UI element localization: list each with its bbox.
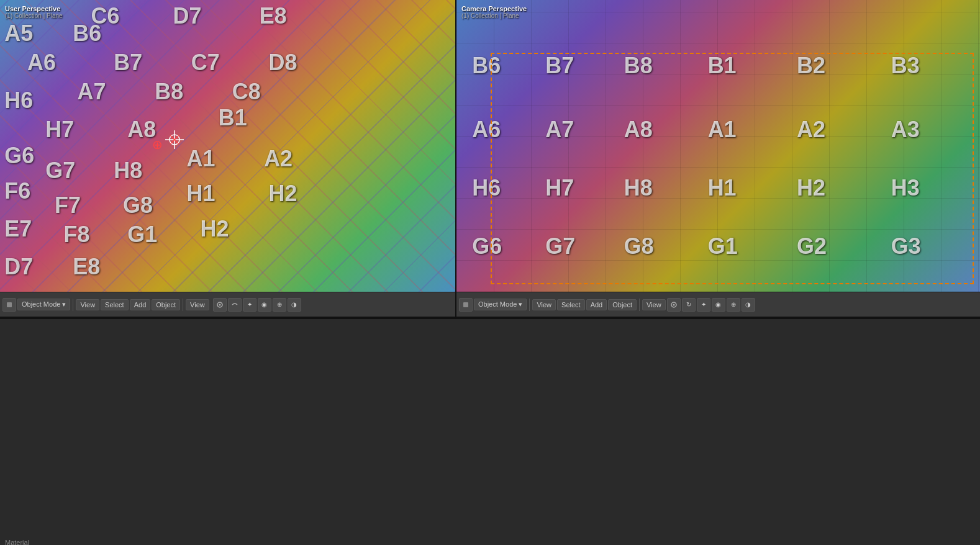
snap-icon[interactable] — [213, 298, 227, 312]
view-btn-right[interactable]: View — [532, 299, 556, 310]
footer-material-label: Material — [5, 539, 29, 545]
perspective-label: User Perspective — [5, 5, 60, 12]
node-editor-footer: Material — [5, 539, 29, 545]
node-connections-svg — [0, 319, 980, 545]
viewport-right[interactable]: B6 B7 B8 B1 B2 B3 A6 A7 A8 A1 A2 A3 H6 H… — [456, 0, 980, 317]
mode-label: Object Mode — [22, 300, 60, 308]
toolbar-right: Object Mode ▾ View Select Add Object Vie… — [456, 292, 980, 317]
camera-frame — [491, 53, 974, 284]
mode-icon[interactable] — [2, 298, 16, 312]
sep1 — [73, 299, 73, 311]
perspective-label-r: Camera Perspective — [461, 5, 527, 12]
pivot-icon[interactable]: ◉ — [258, 298, 271, 312]
rotate-icon[interactable] — [228, 298, 242, 312]
node-editor[interactable]: ▼ Texture Coordinate Object Object Camer… — [0, 319, 980, 545]
mode-icon-r[interactable] — [459, 298, 473, 312]
svg-point-10 — [673, 304, 674, 305]
object-btn-left[interactable]: Object — [152, 299, 180, 310]
viewport-left-bg — [0, 0, 455, 292]
svg-rect-5 — [7, 302, 12, 307]
overlays-icon-r[interactable]: ⊕ — [727, 298, 740, 312]
select-btn-left[interactable]: Select — [101, 299, 129, 310]
object-mode-dropdown[interactable]: Object Mode ▾ — [17, 299, 70, 310]
svg-point-7 — [219, 304, 220, 305]
transform-icon-r[interactable]: ✦ — [697, 298, 710, 312]
3d-cursor — [152, 130, 184, 152]
add-btn-right[interactable]: Add — [586, 299, 607, 310]
rotate-icon-r[interactable]: ↻ — [682, 298, 696, 312]
sep-r2 — [639, 299, 640, 311]
select-btn-right[interactable]: Select — [557, 299, 585, 310]
viewport-area: C6 D7 E8 A5 B6 A6 B7 C7 D8 H6 A7 B8 C8 H… — [0, 0, 980, 317]
sep2 — [183, 299, 183, 311]
add-btn-left[interactable]: Add — [130, 299, 151, 310]
sep-r1 — [529, 299, 530, 311]
viewport-left[interactable]: C6 D7 E8 A5 B6 A6 B7 C7 D8 H6 A7 B8 C8 H… — [0, 0, 456, 317]
shading-icon-r[interactable]: ◑ — [742, 298, 755, 312]
svg-rect-8 — [463, 302, 468, 307]
overlays-icon[interactable]: ⊕ — [273, 298, 286, 312]
toolbar-left: Object Mode ▾ View Select Add Object Vie… — [0, 292, 455, 317]
transform-icon[interactable]: ✦ — [243, 298, 256, 312]
viewport-right-label: Camera Perspective (1) Collection | Plan… — [461, 5, 527, 19]
object-mode-dropdown-r[interactable]: Object Mode ▾ — [474, 299, 527, 310]
pivot-icon-r[interactable]: ◉ — [712, 298, 725, 312]
viewport-left-label: User Perspective (1) Collection | Plane — [5, 5, 63, 19]
collection-label: (1) Collection | Plane — [5, 12, 63, 19]
collection-label-r: (1) Collection | Plane — [461, 12, 527, 19]
view-btn2-left[interactable]: View — [186, 299, 209, 310]
object-btn-right[interactable]: Object — [608, 299, 637, 310]
shading-icon[interactable]: ◑ — [288, 298, 301, 312]
view-btn2-right[interactable]: View — [642, 299, 666, 310]
snap-icon-r[interactable] — [667, 298, 681, 312]
view-btn-left[interactable]: View — [76, 299, 99, 310]
